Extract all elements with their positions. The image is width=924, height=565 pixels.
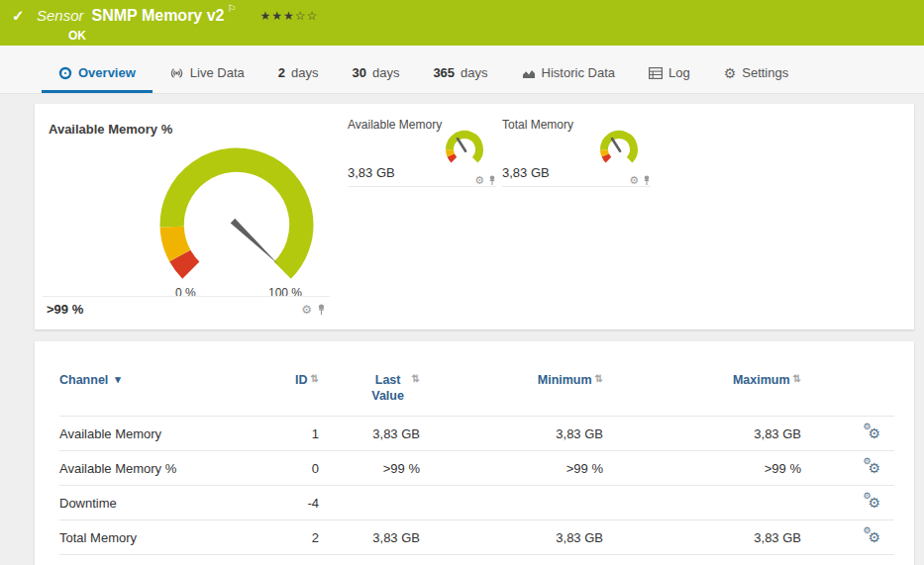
sort-icon[interactable]: ⇅ [412, 373, 420, 384]
channel-settings-icon[interactable]: ⚙⚙ [868, 460, 880, 476]
stars-filled[interactable]: ★★★ [259, 9, 294, 23]
channel-id: 2 [240, 520, 319, 555]
channels-panel: Channel▾ ID⇅ Last Value⇅ Minimum⇅ Maximu… [35, 341, 914, 565]
total-memory-gauge-block: Total Memory 3,83 GB ⚙ [502, 116, 651, 322]
channel-last-value: 3,83 GB [319, 417, 420, 451]
header-label: Maximum [733, 373, 790, 387]
column-header-minimum[interactable]: Minimum⇅ [420, 367, 603, 417]
gauge-settings-gear-icon[interactable]: ⚙ [474, 174, 484, 187]
pin-icon[interactable] [317, 304, 326, 316]
channel-name[interactable]: Total Memory [59, 520, 240, 555]
channel-maximum: 3,83 GB [603, 417, 801, 451]
pin-icon[interactable] [643, 175, 651, 186]
gauge-needle [458, 139, 465, 151]
channel-maximum: 3,83 GB [603, 520, 801, 555]
tab-bar: Overview Live Data 2 days 30 days 365 da… [0, 46, 924, 94]
tab-log[interactable]: Log [632, 55, 707, 93]
gauge-needle [231, 219, 278, 264]
object-type-label: Sensor [37, 7, 84, 24]
status-ok-check-icon: ✓ [12, 7, 30, 25]
channel-id: 0 [240, 451, 319, 486]
header-label: Last Value [367, 373, 409, 404]
gauge-current-value: >99 % [47, 302, 83, 317]
tab-settings[interactable]: ⚙ Settings [707, 55, 806, 93]
main-gauge [154, 141, 320, 308]
tab-label: Live Data [190, 65, 245, 80]
header-label: Minimum [538, 373, 592, 387]
channel-last-value: >99 % [319, 451, 420, 486]
tab-unit: days [372, 65, 399, 80]
mini-gauge-value: 3,83 GB [502, 165, 550, 180]
channel-minimum: 3,83 GB [420, 520, 603, 555]
channel-last-value [319, 486, 420, 520]
tab-label: Overview [78, 65, 136, 80]
channel-id: 1 [240, 417, 319, 451]
sort-icon[interactable]: ⇅ [793, 373, 801, 384]
tab-live-data[interactable]: Live Data [153, 55, 261, 93]
sort-icon[interactable]: ⇅ [311, 373, 319, 384]
sort-icon[interactable]: ⇅ [595, 373, 603, 384]
gear-icon: ⚙ [863, 456, 871, 466]
stars-empty[interactable]: ☆☆ [295, 9, 319, 23]
tab-overview[interactable]: Overview [42, 55, 153, 93]
channel-settings-icon[interactable]: ⚙⚙ [868, 425, 880, 441]
overview-gauge-icon [58, 66, 72, 80]
header-label: ID [295, 373, 308, 387]
total-memory-mini-gauge [595, 126, 643, 173]
chevron-down-icon[interactable]: ▾ [115, 373, 121, 386]
tab-label: Historic Data [542, 65, 615, 80]
gauge-segment-yellow [450, 149, 451, 154]
column-header-last-value[interactable]: Last Value⇅ [319, 367, 420, 417]
gauge-segment-yellow [604, 149, 605, 154]
flag-icon[interactable]: ⚐ [228, 3, 237, 14]
pin-icon[interactable] [488, 175, 496, 186]
live-data-broadcast-icon [169, 66, 184, 80]
channel-name[interactable]: Available Memory [59, 417, 240, 451]
available-memory-mini-gauge [441, 126, 488, 173]
tab-30-days[interactable]: 30 days [335, 55, 416, 93]
sensor-title: SNMP Memory v2 [92, 7, 225, 25]
channel-maximum [603, 486, 801, 520]
channel-minimum: 3,83 GB [420, 417, 603, 451]
gear-icon: ⚙ [863, 491, 871, 501]
tab-2-days[interactable]: 2 days [261, 55, 336, 93]
historic-data-chart-icon [522, 67, 536, 79]
log-list-icon [649, 67, 663, 79]
available-memory-gauge-block: Available Memory 3,83 GB ⚙ [348, 116, 496, 322]
tab-unit: days [461, 65, 487, 80]
gear-icon: ⚙ [863, 422, 871, 431]
gauge-settings-gear-icon[interactable]: ⚙ [629, 174, 639, 187]
gauge-title: Available Memory % [49, 122, 172, 137]
channel-minimum [420, 486, 603, 520]
tab-365-days[interactable]: 365 days [416, 55, 504, 93]
priority-stars[interactable]: ★★★☆☆ [259, 9, 318, 23]
tab-number: 2 [278, 65, 285, 80]
sensor-header: ✓ Sensor SNMP Memory v2 ⚐ ★★★☆☆ OK [0, 0, 924, 46]
mini-gauge-value: 3,83 GB [348, 165, 395, 180]
column-header-id[interactable]: ID⇅ [240, 367, 319, 417]
header-label: Channel [59, 373, 108, 387]
channel-id: -4 [240, 486, 319, 520]
channel-maximum: >99 % [603, 451, 801, 486]
gauge-segment-red [451, 155, 454, 160]
channel-name[interactable]: Downtime [59, 486, 240, 520]
channel-settings-icon[interactable]: ⚙⚙ [868, 529, 880, 545]
column-header-channel[interactable]: Channel▾ [59, 367, 240, 417]
tab-historic-data[interactable]: Historic Data [505, 55, 632, 93]
channels-table: Channel▾ ID⇅ Last Value⇅ Minimum⇅ Maximu… [59, 367, 894, 555]
gauge-settings-gear-icon[interactable]: ⚙ [301, 303, 312, 317]
table-row-available-memory-percent: Available Memory % 0 >99 % >99 % >99 % ⚙… [59, 451, 894, 486]
table-row-downtime: Downtime -4 ⚙⚙ [59, 486, 894, 520]
channel-settings-icon[interactable]: ⚙⚙ [868, 495, 880, 511]
tab-number: 365 [433, 65, 455, 80]
settings-gear-icon: ⚙ [724, 65, 737, 81]
gauge-segment-red [180, 255, 191, 270]
main-content: Available Memory % 0 % 100 % >99 % ⚙ [0, 94, 924, 565]
column-header-maximum[interactable]: Maximum⇅ [603, 367, 801, 417]
channel-name[interactable]: Available Memory % [59, 451, 240, 486]
gauge-segment-yellow [172, 227, 180, 255]
channel-minimum: >99 % [420, 451, 603, 486]
tab-unit: days [291, 65, 318, 80]
available-memory-percent-gauge-block: Available Memory % 0 % 100 % >99 % ⚙ [43, 116, 330, 320]
table-row-available-memory: Available Memory 1 3,83 GB 3,83 GB 3,83 … [59, 417, 894, 451]
